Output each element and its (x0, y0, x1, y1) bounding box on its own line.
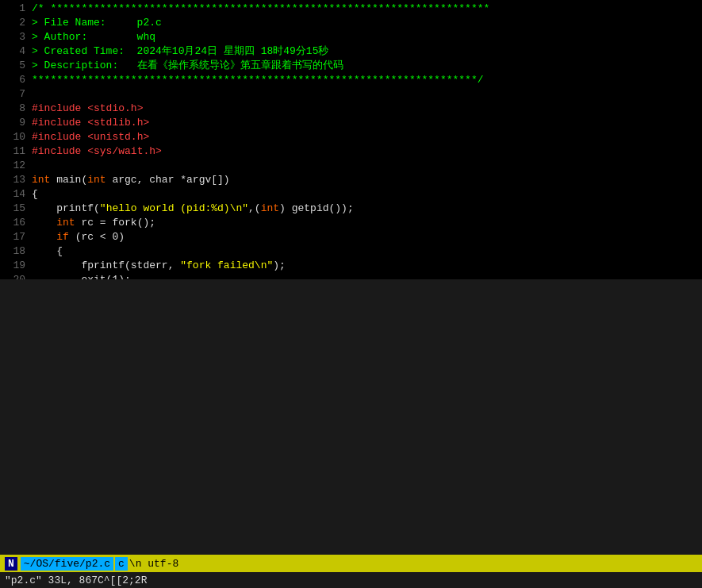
line-9: 9#include <stdlib.h> (0, 116, 702, 130)
line-number: 17 (3, 230, 25, 244)
line-8: 8#include <stdio.h> (0, 102, 702, 116)
line-number: 7 (3, 87, 25, 102)
status-mode: N (5, 557, 17, 571)
line-content: #include <stdlib.h> (32, 116, 699, 130)
token: #include (32, 102, 87, 114)
line-10: 10#include <unistd.h> (0, 130, 702, 144)
line-5: 5> Description: 在看《操作系统导论》第五章跟着书写的代码 (0, 59, 702, 73)
line-content: if (rc < 0) (32, 230, 699, 244)
token: int (261, 202, 279, 214)
line-content: #include <sys/wait.h> (32, 144, 699, 159)
gap-area (0, 279, 702, 555)
token: > Created Time: 2024年10月24日 星期四 18时49分15… (32, 45, 328, 57)
line-3: 3> Author: whq (0, 30, 702, 44)
line-13: 13int main(int argc, char *argv[]) (0, 173, 702, 187)
line-number: 13 (3, 173, 25, 187)
line-content: fprintf(stderr, "fork failed\n"); (32, 259, 699, 273)
line-number: 4 (3, 44, 25, 59)
line-11: 11#include <sys/wait.h> (0, 144, 702, 159)
token: { (32, 188, 38, 200)
token: > File Name: p2.c (32, 17, 162, 29)
token: printf( (32, 202, 100, 214)
line-20: 20 exit(1); (0, 273, 702, 279)
line-number: 15 (3, 202, 25, 216)
line-number: 9 (3, 116, 25, 130)
line-number: 2 (3, 16, 25, 30)
token: ); (273, 259, 286, 271)
line-number: 12 (3, 159, 25, 173)
token: argc, char *argv[]) (106, 174, 230, 186)
token: <stdio.h> (87, 102, 143, 114)
status-file: ~/OS/five/p2.c (21, 557, 113, 571)
token: { (32, 245, 63, 257)
line-4: 4> Created Time: 2024年10月24日 星期四 18时49分1… (0, 44, 702, 59)
cmdline-text: "p2.c" 33L, 867C^[[2;2R (5, 575, 147, 586)
token: ) getpid()); (279, 202, 354, 214)
line-1: 1/* ************************************… (0, 2, 702, 16)
line-7: 7 (0, 87, 702, 102)
token: if (56, 231, 69, 243)
cmdline: "p2.c" 33L, 867C^[[2;2R (0, 572, 702, 588)
line-number: 16 (3, 216, 25, 230)
line-content: ****************************************… (32, 73, 699, 87)
line-content (32, 159, 699, 173)
token: fprintf(stderr, (32, 259, 180, 271)
line-content: #include <stdio.h> (32, 102, 699, 116)
line-number: 5 (3, 59, 25, 73)
status-bar: N ~/OS/five/p2.c c \n utf-8 (0, 555, 702, 572)
editor: 1/* ************************************… (0, 0, 702, 555)
line-content: /* *************************************… (32, 2, 699, 16)
token: ****************************************… (32, 74, 484, 86)
token (32, 217, 56, 229)
token: "hello world (pid:%d)\n" (100, 202, 248, 214)
line-content: { (32, 187, 699, 202)
token: int (87, 174, 105, 186)
line-number: 20 (3, 273, 25, 279)
token: main( (50, 174, 87, 186)
token: > Description: 在看《操作系统导论》第五章跟着书写的代码 (32, 60, 343, 71)
line-2: 2> File Name: p2.c (0, 16, 702, 30)
line-number: 6 (3, 73, 25, 87)
line-content: exit(1); (32, 273, 699, 279)
token: #include (32, 117, 87, 129)
line-content: int main(int argc, char *argv[]) (32, 173, 699, 187)
status-c: c (115, 557, 128, 571)
line-content (32, 87, 699, 102)
token: int (32, 174, 50, 186)
token: /* *************************************… (32, 2, 489, 14)
line-15: 15 printf("hello world (pid:%d)\n",(int)… (0, 202, 702, 216)
line-number: 1 (3, 2, 25, 16)
line-18: 18 { (0, 244, 702, 259)
token: > Author: whq (32, 31, 155, 43)
line-content: #include <unistd.h> (32, 130, 699, 144)
token: #include (32, 145, 87, 157)
line-number: 14 (3, 187, 25, 202)
line-number: 3 (3, 30, 25, 44)
line-number: 8 (3, 102, 25, 116)
token: int (56, 217, 75, 229)
status-enc: \n utf-8 (129, 558, 178, 570)
token: rc = fork(); (75, 217, 155, 229)
line-number: 10 (3, 130, 25, 144)
line-14: 14{ (0, 187, 702, 202)
token: <unistd.h> (87, 131, 149, 143)
line-16: 16 int rc = fork(); (0, 216, 702, 230)
code-area: 1/* ************************************… (0, 0, 702, 279)
token: <stdlib.h> (87, 117, 149, 129)
token: ,( (248, 202, 261, 214)
line-number: 18 (3, 244, 25, 259)
line-content: > Created Time: 2024年10月24日 星期四 18时49分15… (32, 44, 699, 59)
token: "fork failed\n" (180, 259, 273, 271)
line-content: > File Name: p2.c (32, 16, 699, 30)
token: (rc < 0) (69, 231, 125, 243)
token: #include (32, 131, 87, 143)
line-19: 19 fprintf(stderr, "fork failed\n"); (0, 259, 702, 273)
line-number: 19 (3, 259, 25, 273)
line-content: printf("hello world (pid:%d)\n",(int) ge… (32, 202, 699, 216)
line-17: 17 if (rc < 0) (0, 230, 702, 244)
line-12: 12 (0, 159, 702, 173)
line-content: > Description: 在看《操作系统导论》第五章跟着书写的代码 (32, 59, 699, 73)
token (32, 231, 56, 243)
line-content: { (32, 244, 699, 259)
line-content: > Author: whq (32, 30, 699, 44)
